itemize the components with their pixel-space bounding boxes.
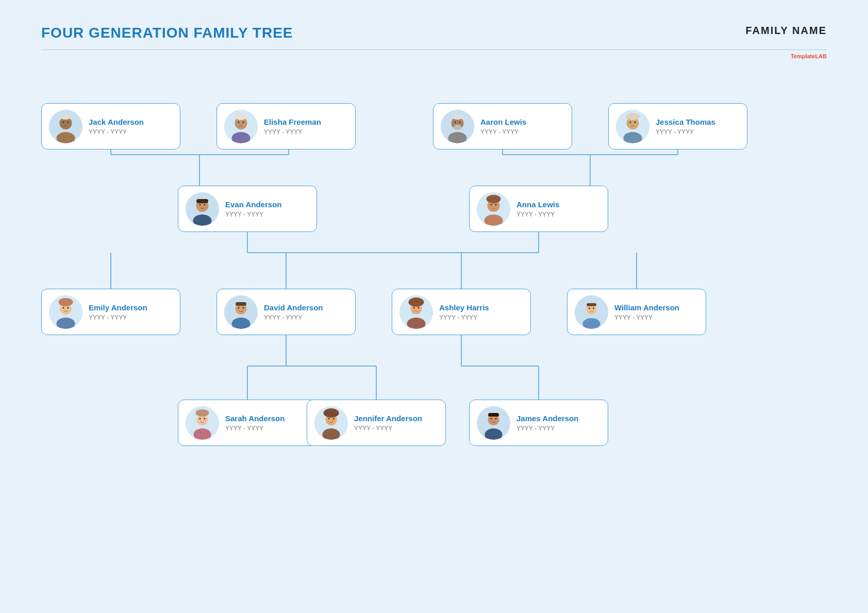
card-anna: Anna Lewis YYYY - YYYY [469,186,608,232]
card-evan: Evan Anderson YYYY - YYYY [178,186,317,232]
svg-point-69 [243,307,244,308]
avatar-jack [49,110,82,143]
years-jessica: YYYY - YYYY [656,128,715,136]
svg-point-45 [635,121,636,123]
svg-point-38 [459,121,461,123]
brand-suffix: LAB [815,53,827,59]
name-emily: Emily Anderson [89,303,147,313]
svg-point-37 [455,121,456,123]
name-david: David Anderson [264,303,323,313]
name-jessica: Jessica Thomas [656,117,715,127]
svg-point-99 [495,418,497,419]
page-header: FOUR GENERATION FAMILY TREE FAMILY NAME [0,0,868,41]
years-evan: YYYY - YYYY [225,211,281,218]
svg-point-57 [495,204,497,205]
years-aaron: YYYY - YYYY [480,128,526,136]
avatar-jennifer [314,406,348,440]
name-evan: Evan Anderson [225,200,281,210]
svg-point-32 [243,121,244,123]
avatar-evan [186,192,219,226]
years-anna: YYYY - YYYY [516,211,559,218]
svg-point-98 [491,418,492,419]
info-jack: Jack Anderson YYYY - YYYY [89,117,144,136]
years-ashley: YYYY - YYYY [439,314,489,321]
svg-rect-100 [488,413,499,417]
svg-point-74 [413,307,415,308]
name-anna: Anna Lewis [516,200,559,210]
info-elisha: Elisha Freeman YYYY - YYYY [264,117,321,136]
svg-point-63 [68,307,69,308]
svg-point-31 [238,121,240,123]
svg-point-25 [63,121,64,123]
info-sarah: Sarah Anderson YYYY - YYYY [225,413,285,432]
svg-point-94 [324,408,339,418]
info-william: William Anderson YYYY - YYYY [614,303,679,321]
svg-rect-82 [587,303,596,306]
card-william: William Anderson YYYY - YYYY [567,289,706,335]
svg-point-93 [333,418,335,419]
avatar-emily [49,295,82,329]
svg-point-81 [593,307,594,309]
brand-label: TemplateLAB [0,50,868,59]
svg-point-87 [204,418,206,419]
years-emily: YYYY - YYYY [89,314,147,321]
svg-point-68 [238,307,240,308]
family-name-label: FAMILY NAME [745,25,827,37]
svg-point-33 [236,114,247,120]
name-jennifer: Jennifer Anderson [354,413,422,424]
avatar-william [575,295,608,329]
years-elisha: YYYY - YYYY [264,128,321,136]
page-title: FOUR GENERATION FAMILY TREE [41,25,293,41]
card-elisha: Elisha Freeman YYYY - YYYY [216,103,356,150]
name-william: William Anderson [614,303,679,313]
svg-point-50 [199,204,201,205]
info-ashley: Ashley Harris YYYY - YYYY [439,303,489,321]
card-jennifer: Jennifer Anderson YYYY - YYYY [307,400,446,446]
info-anna: Anna Lewis YYYY - YYYY [516,200,559,218]
svg-point-40 [454,125,462,130]
info-david: David Anderson YYYY - YYYY [264,303,323,321]
svg-point-80 [589,307,590,309]
svg-point-39 [452,114,464,120]
family-name-section: FAMILY NAME [745,25,827,37]
card-james: James Anderson YYYY - YYYY [469,400,608,446]
name-elisha: Elisha Freeman [264,117,321,127]
avatar-jessica [616,110,649,143]
tree-container: Jack Anderson YYYY - YYYY Elisha Freeman… [21,75,847,580]
name-sarah: Sarah Anderson [225,413,285,424]
years-jennifer: YYYY - YYYY [354,425,422,432]
avatar-elisha [224,110,258,143]
card-emily: Emily Anderson YYYY - YYYY [41,289,180,335]
svg-point-88 [196,409,209,417]
card-jessica: Jessica Thomas YYYY - YYYY [608,103,747,150]
card-sarah: Sarah Anderson YYYY - YYYY [178,400,317,446]
svg-point-75 [418,307,420,308]
svg-point-51 [204,204,206,205]
card-jack: Jack Anderson YYYY - YYYY [41,103,180,150]
avatar-sarah [186,406,219,440]
svg-point-76 [409,297,424,307]
svg-point-26 [68,121,69,123]
info-jennifer: Jennifer Anderson YYYY - YYYY [354,413,422,432]
name-jack: Jack Anderson [89,117,144,127]
years-jack: YYYY - YYYY [89,128,144,136]
info-jessica: Jessica Thomas YYYY - YYYY [656,117,715,136]
svg-point-56 [491,204,492,205]
avatar-anna [477,192,510,226]
card-ashley: Ashley Harris YYYY - YYYY [392,289,531,335]
years-william: YYYY - YYYY [614,314,679,321]
info-evan: Evan Anderson YYYY - YYYY [225,200,281,218]
svg-point-92 [328,418,330,419]
svg-point-79 [583,318,600,329]
svg-point-46 [626,113,640,120]
info-emily: Emily Anderson YYYY - YYYY [89,303,147,321]
name-aaron: Aaron Lewis [480,117,526,127]
avatar-david [224,295,258,329]
years-sarah: YYYY - YYYY [225,425,285,432]
svg-rect-70 [236,302,246,306]
years-david: YYYY - YYYY [264,314,323,321]
svg-point-44 [630,121,631,123]
svg-point-62 [63,307,64,308]
info-james: James Anderson YYYY - YYYY [516,413,578,432]
avatar-ashley [399,295,433,329]
